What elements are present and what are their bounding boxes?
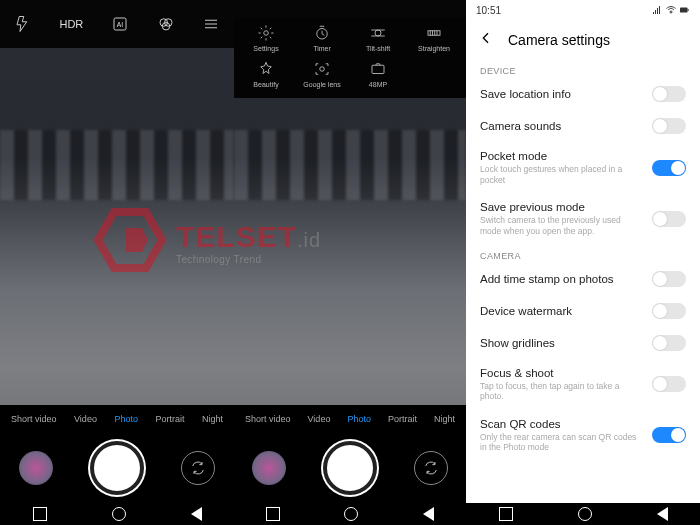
toggle-gridlines[interactable]: [652, 335, 686, 351]
row-scan-qr[interactable]: Scan QR codesOnly the rear camera can sc…: [466, 410, 700, 461]
toggle-camera-sounds[interactable]: [652, 118, 686, 134]
option-timer[interactable]: Timer: [294, 24, 350, 52]
shutter-button[interactable]: [90, 441, 144, 495]
capture-controls: [234, 433, 466, 503]
option-tilt-shift[interactable]: Tilt-shift: [350, 24, 406, 52]
toggle-scan-qr[interactable]: [652, 427, 686, 443]
mode-portrait[interactable]: Portrait: [385, 414, 420, 424]
capture-controls: [0, 433, 234, 503]
home-button[interactable]: [344, 507, 358, 521]
menu-icon[interactable]: [202, 15, 220, 33]
row-pocket-mode[interactable]: Pocket modeLock touch gestures when plac…: [466, 142, 700, 193]
toggle-pocket-mode[interactable]: [652, 160, 686, 176]
toggle-device-watermark[interactable]: [652, 303, 686, 319]
mode-photo[interactable]: Photo: [111, 414, 141, 424]
section-camera: CAMERA: [466, 245, 700, 263]
ai-toggle[interactable]: AI: [111, 15, 129, 33]
gallery-thumbnail[interactable]: [19, 451, 53, 485]
toggle-time-stamp[interactable]: [652, 271, 686, 287]
svg-rect-8: [428, 31, 440, 36]
option-straighten[interactable]: Straighten: [406, 24, 462, 52]
svg-point-5: [264, 31, 269, 36]
option-settings[interactable]: Settings: [238, 24, 294, 52]
status-time: 10:51: [476, 5, 501, 16]
back-button[interactable]: [657, 507, 668, 521]
camera-screen-1: HDR AI Short video Video Photo Portrait …: [0, 0, 234, 525]
mode-video[interactable]: Video: [305, 414, 334, 424]
row-save-location[interactable]: Save location info: [466, 78, 700, 110]
top-bar-collapsed: [234, 0, 466, 18]
svg-rect-12: [688, 9, 689, 11]
mode-portrait[interactable]: Portrait: [152, 414, 187, 424]
mode-strip[interactable]: Short video Video Photo Portrait Night: [0, 405, 234, 433]
status-bar: 10:51: [466, 0, 700, 20]
mode-night[interactable]: Night: [431, 414, 458, 424]
home-button[interactable]: [112, 507, 126, 521]
battery-icon: [680, 5, 690, 15]
recents-button[interactable]: [266, 507, 280, 521]
android-navbar: [0, 503, 234, 525]
settings-header: Camera settings: [466, 20, 700, 60]
row-focus-shoot[interactable]: Focus & shootTap to focus, then tap agai…: [466, 359, 700, 410]
mode-photo[interactable]: Photo: [344, 414, 374, 424]
hdr-toggle[interactable]: HDR: [59, 18, 83, 30]
row-save-previous-mode[interactable]: Save previous modeSwitch camera to the p…: [466, 193, 700, 244]
shutter-button[interactable]: [323, 441, 377, 495]
switch-camera-button[interactable]: [414, 451, 448, 485]
row-time-stamp[interactable]: Add time stamp on photos: [466, 263, 700, 295]
recents-button[interactable]: [33, 507, 47, 521]
mode-short-video[interactable]: Short video: [8, 414, 60, 424]
mode-short-video[interactable]: Short video: [242, 414, 294, 424]
back-button[interactable]: [423, 507, 434, 521]
camera-options-panel: Settings Timer Tilt-shift Straighten Bea…: [234, 18, 466, 98]
switch-camera-button[interactable]: [181, 451, 215, 485]
wifi-icon: [666, 5, 676, 15]
svg-rect-11: [680, 8, 688, 13]
toggle-focus-shoot[interactable]: [652, 376, 686, 392]
option-beautify[interactable]: Beautify: [238, 60, 294, 88]
svg-point-9: [320, 67, 325, 72]
row-gridlines[interactable]: Show gridlines: [466, 327, 700, 359]
option-48mp[interactable]: 48MP: [350, 60, 406, 88]
android-navbar: [234, 503, 466, 525]
filter-icon[interactable]: [157, 15, 175, 33]
signal-icon: [652, 5, 662, 15]
toggle-save-previous-mode[interactable]: [652, 211, 686, 227]
option-google-lens[interactable]: Google lens: [294, 60, 350, 88]
svg-point-7: [375, 30, 381, 36]
back-icon[interactable]: [478, 30, 494, 50]
android-navbar: [466, 503, 700, 525]
row-camera-sounds[interactable]: Camera sounds: [466, 110, 700, 142]
mode-strip[interactable]: Short video Video Photo Portrait Night: [234, 405, 466, 433]
row-device-watermark[interactable]: Device watermark: [466, 295, 700, 327]
back-button[interactable]: [191, 507, 202, 521]
mode-night[interactable]: Night: [199, 414, 226, 424]
flash-icon[interactable]: [14, 15, 32, 33]
mode-video[interactable]: Video: [71, 414, 100, 424]
svg-text:AI: AI: [117, 21, 124, 28]
settings-screen: 10:51 Camera settings DEVICE Save locati…: [466, 0, 700, 525]
section-device: DEVICE: [466, 60, 700, 78]
home-button[interactable]: [578, 507, 592, 521]
top-bar: HDR AI: [0, 0, 234, 48]
page-title: Camera settings: [508, 32, 610, 48]
gallery-thumbnail[interactable]: [252, 451, 286, 485]
recents-button[interactable]: [499, 507, 513, 521]
camera-screen-2: Settings Timer Tilt-shift Straighten Bea…: [234, 0, 466, 525]
svg-rect-10: [372, 65, 384, 73]
toggle-save-location[interactable]: [652, 86, 686, 102]
